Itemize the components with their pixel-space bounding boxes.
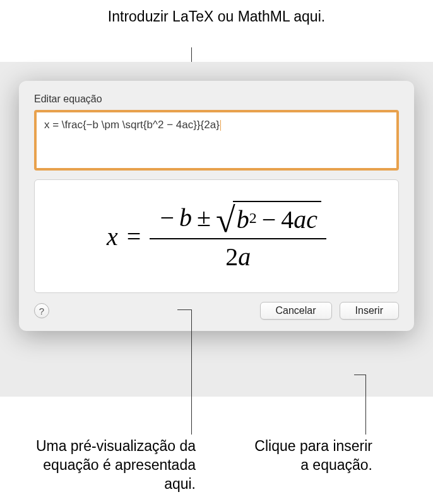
callout-line-preview [191, 309, 192, 435]
formula-lhs: x [107, 222, 118, 251]
fraction-denominator: 2a [225, 239, 251, 272]
neg-sign: − [160, 203, 174, 232]
sqrt-exp: 2 [249, 210, 257, 227]
edit-equation-dialog: Editar equação x = \frac{−b \pm \sqrt{b^… [19, 81, 414, 331]
cancel-button[interactable]: Cancelar [260, 302, 332, 320]
sqrt-content: b2 − 4ac [233, 201, 321, 234]
den-a: a [238, 243, 251, 271]
dialog-title: Editar equação [34, 93, 399, 105]
sqrt: √ b2 − 4ac [216, 201, 321, 234]
den-2: 2 [225, 243, 238, 271]
sqrt-c: c [306, 205, 317, 234]
plus-minus: ± [197, 203, 211, 232]
equation-preview: x = −b ± √ b2 − 4ac 2a [34, 179, 399, 293]
sqrt-a: a [294, 205, 306, 234]
button-group: Cancelar Inserir [260, 302, 399, 320]
dialog-bottom-row: ? Cancelar Inserir [34, 302, 399, 320]
formula-equals: = [127, 222, 141, 251]
callout-insert: Clique para inserir a equação. [246, 437, 372, 475]
callout-input: Introduzir LaTeX ou MathML aqui. [0, 8, 433, 27]
sqrt-4: 4 [281, 205, 294, 234]
rendered-formula: x = −b ± √ b2 − 4ac 2a [107, 201, 326, 272]
sqrt-minus: − [262, 205, 276, 234]
formula-fraction: −b ± √ b2 − 4ac 2a [150, 201, 326, 272]
fraction-numerator: −b ± √ b2 − 4ac [150, 201, 326, 239]
sqrt-b: b [237, 205, 249, 234]
callout-preview: Uma pré-visualização da equação é aprese… [13, 437, 196, 494]
insert-button[interactable]: Inserir [340, 302, 399, 320]
equation-input-wrap: x = \frac{−b \pm \sqrt{b^2 − 4ac}}{2a} [34, 110, 399, 171]
equation-input[interactable] [34, 110, 399, 171]
var-b: b [179, 203, 192, 232]
help-button[interactable]: ? [34, 303, 49, 318]
callout-line-insert [365, 375, 366, 435]
